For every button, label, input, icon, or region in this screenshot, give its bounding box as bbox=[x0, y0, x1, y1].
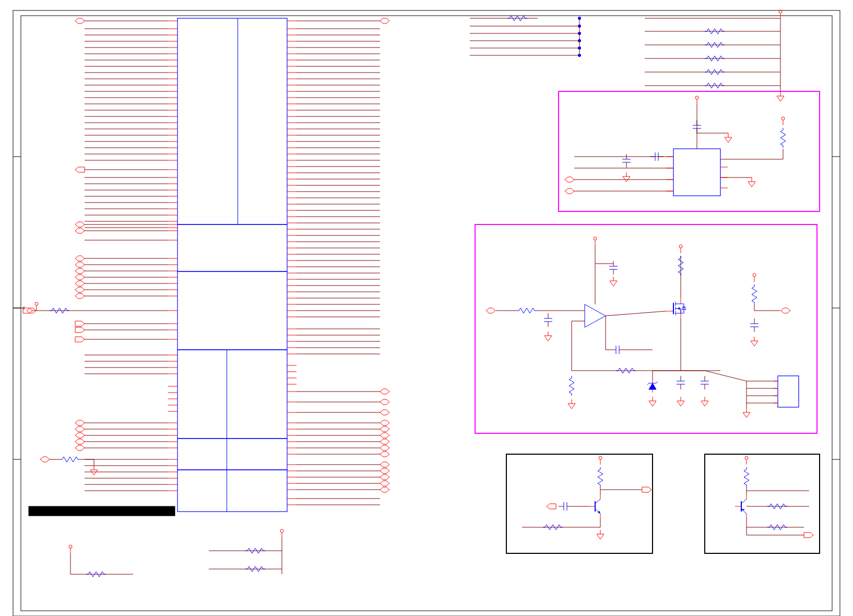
power-symbol bbox=[35, 302, 38, 311]
schematic-sheet bbox=[0, 0, 853, 616]
svg-rect-41 bbox=[13, 10, 840, 616]
group-transistor-npn bbox=[506, 454, 653, 553]
pnp-transistor bbox=[735, 495, 747, 518]
svg-line-390 bbox=[705, 371, 747, 381]
group-transistor-pnp bbox=[705, 454, 820, 553]
op-amp bbox=[585, 304, 606, 327]
main-ic bbox=[23, 18, 389, 512]
svg-rect-52 bbox=[177, 224, 287, 271]
svg-rect-55 bbox=[177, 439, 287, 470]
group-driver bbox=[475, 224, 817, 433]
svg-rect-53 bbox=[177, 271, 287, 350]
npn-transistor bbox=[589, 495, 600, 518]
regulator-ic bbox=[673, 149, 720, 196]
group-regulator bbox=[559, 91, 820, 211]
n-mosfet bbox=[666, 298, 686, 318]
zener-diode bbox=[647, 380, 658, 393]
svg-rect-42 bbox=[21, 16, 832, 611]
ground-symbol bbox=[777, 92, 784, 101]
svg-rect-56 bbox=[177, 470, 287, 512]
svg-rect-54 bbox=[177, 350, 287, 439]
connector bbox=[778, 376, 799, 407]
title-text-block bbox=[29, 506, 175, 516]
svg-line-374 bbox=[606, 311, 666, 316]
svg-rect-51 bbox=[177, 18, 287, 224]
